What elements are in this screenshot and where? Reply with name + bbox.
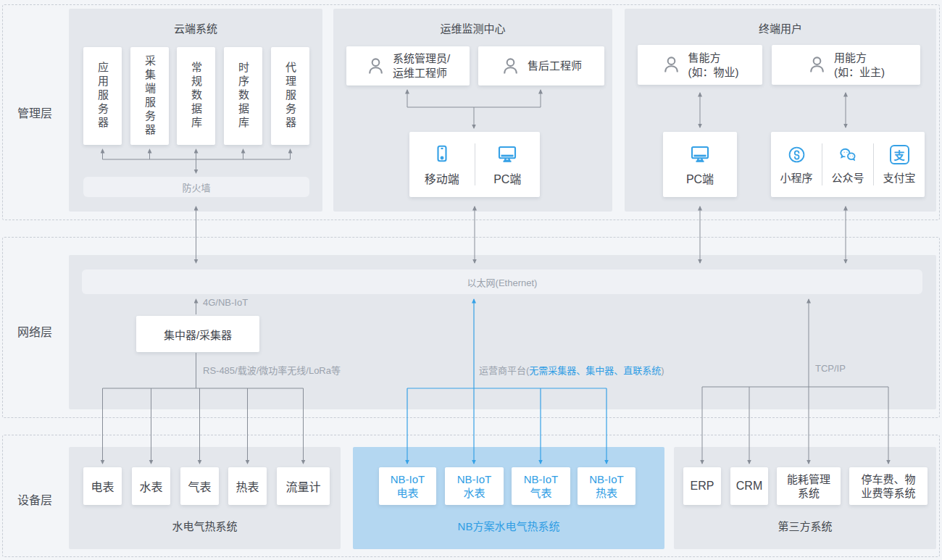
nb-meter-box-electric: NB-IoT电表 [379,467,436,505]
mobile-terminal-label: 移动端 [425,170,459,187]
ethernet-bar: 以太网(Ethernet) [82,269,922,294]
user-pc-box: PC端 [663,132,737,197]
crm-label: CRM [736,480,762,493]
server-box-collector: 采集端服务器 [130,47,169,145]
pc-terminal-label: PC端 [493,170,521,187]
nb-meter-line2: 热表 [589,486,624,500]
network-layer-label: 网络层 [17,322,52,340]
mobile-terminal: 移动端 [409,132,475,197]
nb-meter-line1: NB-IoT [391,472,425,486]
nb-system-caption: NB方案水电气热系统 [353,518,664,533]
admin-label-line1: 系统管理员/ [393,51,450,66]
meter-box-flow: 流量计 [277,467,330,505]
server-box-timeseries-db: 时序数据库 [224,47,262,145]
miniprogram-icon [787,145,806,164]
cloud-system-title: 云端系统 [69,20,322,35]
parking-fee-box: 停车费、物业费等系统 [849,467,928,505]
meter-label: 流量计 [285,477,320,495]
nb-meter-box-gas: NB-IoT气表 [512,467,570,505]
4g-nbiot-label: 4G/NB-IoT [203,297,248,308]
meter-label: 热表 [236,477,259,495]
ops-terminal-box: 移动端 PC端 [409,132,540,197]
crm-box: CRM [730,467,768,505]
server-label: 代理服务器 [283,62,298,130]
wechat-cell: 公众号 [822,132,873,197]
miniprogram-cell: 小程序 [771,132,822,197]
nb-meter-line1: NB-IoT [457,472,492,486]
tcpip-label: TCP/IP [815,363,846,374]
phone-icon [431,143,453,164]
admin-label-line2: 运维工程师 [393,66,450,80]
meter-label: 电表 [91,477,114,495]
carrier-suffix: ) [661,365,664,376]
firewall-bar: 防火墙 [83,177,309,197]
energy-seller-line1: 售能方 [688,51,739,65]
wechat-icon [838,145,859,164]
after-sales-engineer-label: 售后工程师 [528,59,582,73]
meter-label: 气表 [188,477,211,495]
meter-box-water: 水表 [132,467,170,505]
concentrator-box: 集中器/采集器 [136,316,259,352]
server-label: 时序数据库 [236,62,251,130]
ops-center-title: 运维监测中心 [333,20,612,35]
miniprogram-label: 小程序 [780,170,812,185]
parking-fee-line2: 业费等系统 [861,486,915,500]
carrier-platform-label: 运营商平台(无需采集器、集中器、直联系统) [479,363,664,377]
user-pc: PC端 [663,132,737,197]
parking-fee-line1: 停车费、物 [861,472,915,486]
meter-system-caption: 水电气热系统 [69,518,341,533]
nb-meter-box-heat: NB-IoT热表 [578,467,635,505]
server-box-regular-db: 常规数据库 [177,47,215,145]
meter-label: 水表 [139,477,162,495]
management-layer-label: 管理层 [17,104,52,121]
person-icon [366,57,385,76]
erp-label: ERP [691,480,714,493]
after-sales-engineer-box: 售后工程师 [478,46,604,85]
monitor-icon [688,143,712,164]
energy-mgmt-line2: 系统 [787,486,830,500]
energy-mgmt-box: 能耗管理系统 [777,467,841,505]
device-layer-label: 设备层 [17,490,52,508]
meter-box-heat: 热表 [228,467,267,505]
person-icon [807,55,827,75]
pc-terminal: PC端 [475,132,541,197]
nb-meter-line1: NB-IoT [524,472,559,486]
server-box-proxy: 代理服务器 [271,47,309,145]
person-icon [662,55,681,75]
energy-seller-line2: (如：物业) [688,65,739,80]
meter-box-electric: 电表 [83,467,122,505]
rs485-label: RS-485/载波/微功率无线/LoRa等 [203,363,341,377]
wechat-label: 公众号 [831,170,864,185]
user-apps-box: 小程序 公众号 支 支付宝 [771,132,925,197]
alipay-icon: 支 [890,145,909,164]
architecture-diagram: 管理层 网络层 设备层 云端系统 运维监测中心 终端用户 应用服务器 采集端服务… [0,0,942,560]
energy-mgmt-line1: 能耗管理 [787,472,830,486]
nb-meter-line1: NB-IoT [589,472,624,486]
erp-box: ERP [683,467,721,505]
alipay-label: 支付宝 [883,170,915,185]
person-icon [501,57,520,76]
admin-box: 系统管理员/ 运维工程师 [346,46,470,85]
meter-box-gas: 气表 [180,467,219,505]
server-label: 采集端服务器 [142,55,157,138]
nb-meter-line2: 电表 [391,486,425,500]
nb-meter-line2: 气表 [524,486,559,500]
energy-consumer-line1: 用能方 [834,51,885,65]
energy-consumer-box: 用能方 (如：业主) [772,45,920,85]
carrier-prefix: 运营商平台( [479,365,529,376]
server-label: 常规数据库 [188,62,204,130]
monitor-icon [496,143,519,164]
nb-meter-line2: 水表 [457,486,492,500]
alipay-cell: 支 支付宝 [874,132,925,197]
carrier-highlight: 无需采集器、集中器、直联系统 [529,365,661,376]
end-user-title: 终端用户 [625,20,936,35]
user-pc-label: PC端 [686,170,714,187]
nb-meter-box-water: NB-IoT水表 [445,467,504,505]
server-box-app: 应用服务器 [83,47,122,145]
energy-consumer-line2: (如：业主) [834,65,885,80]
third-party-caption: 第三方系统 [674,518,936,533]
server-label: 应用服务器 [95,62,110,130]
energy-seller-box: 售能方 (如：物业) [638,45,762,85]
